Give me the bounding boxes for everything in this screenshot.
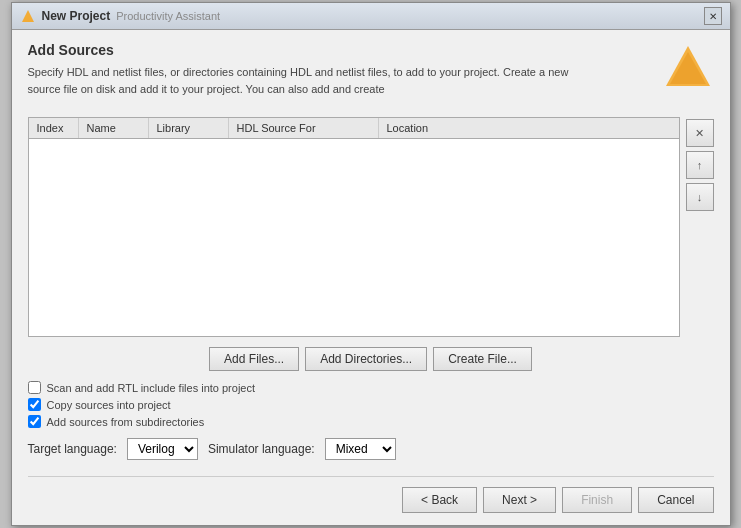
cancel-button[interactable]: Cancel bbox=[638, 487, 713, 513]
side-buttons-panel: ✕ ↑ ↓ bbox=[686, 117, 714, 337]
header-area: Add Sources Specify HDL and netlist file… bbox=[28, 42, 714, 107]
header-text: Add Sources Specify HDL and netlist file… bbox=[28, 42, 652, 107]
remove-icon: ✕ bbox=[695, 127, 704, 140]
move-down-button[interactable]: ↓ bbox=[686, 183, 714, 211]
remove-button[interactable]: ✕ bbox=[686, 119, 714, 147]
sources-table: Index Name Library HDL Source For Locati… bbox=[28, 117, 680, 337]
title-bar-left: New Project Productivity Assistant bbox=[20, 8, 221, 24]
next-button[interactable]: Next > bbox=[483, 487, 556, 513]
title-bar: New Project Productivity Assistant ✕ bbox=[12, 3, 730, 30]
window-title: New Project bbox=[42, 9, 111, 23]
add-subdirs-label: Add sources from subdirectories bbox=[47, 416, 205, 428]
svg-marker-0 bbox=[22, 10, 34, 22]
add-directories-button[interactable]: Add Directories... bbox=[305, 347, 427, 371]
simulator-language-label: Simulator language: bbox=[208, 442, 315, 456]
col-header-location: Location bbox=[379, 118, 679, 138]
back-button[interactable]: < Back bbox=[402, 487, 477, 513]
col-header-index: Index bbox=[29, 118, 79, 138]
nav-buttons: < Back Next > Finish Cancel bbox=[28, 476, 714, 513]
move-up-button[interactable]: ↑ bbox=[686, 151, 714, 179]
copy-sources-label: Copy sources into project bbox=[47, 399, 171, 411]
section-title: Add Sources bbox=[28, 42, 652, 58]
logo-area bbox=[662, 42, 714, 97]
options-area: Scan and add RTL include files into proj… bbox=[28, 381, 714, 428]
description-text: Specify HDL and netlist files, or direct… bbox=[28, 64, 652, 97]
finish-button[interactable]: Finish bbox=[562, 487, 632, 513]
target-language-select[interactable]: Verilog VHDL bbox=[127, 438, 198, 460]
app-logo bbox=[662, 42, 714, 94]
svg-marker-2 bbox=[670, 52, 706, 84]
col-header-hdl: HDL Source For bbox=[229, 118, 379, 138]
content-area: Add Sources Specify HDL and netlist file… bbox=[12, 30, 730, 525]
copy-sources-checkbox[interactable] bbox=[28, 398, 41, 411]
table-body bbox=[29, 139, 679, 329]
app-icon bbox=[20, 8, 36, 24]
up-icon: ↑ bbox=[697, 159, 703, 171]
scan-rtl-label: Scan and add RTL include files into proj… bbox=[47, 382, 256, 394]
table-header: Index Name Library HDL Source For Locati… bbox=[29, 118, 679, 139]
scan-rtl-row: Scan and add RTL include files into proj… bbox=[28, 381, 714, 394]
close-button[interactable]: ✕ bbox=[704, 7, 722, 25]
simulator-language-select[interactable]: Mixed Verilog VHDL bbox=[325, 438, 396, 460]
target-language-label: Target language: bbox=[28, 442, 117, 456]
scan-rtl-checkbox[interactable] bbox=[28, 381, 41, 394]
main-window: New Project Productivity Assistant ✕ Add… bbox=[11, 2, 731, 526]
down-icon: ↓ bbox=[697, 191, 703, 203]
add-subdirs-checkbox[interactable] bbox=[28, 415, 41, 428]
add-subdirs-row: Add sources from subdirectories bbox=[28, 415, 714, 428]
add-files-button[interactable]: Add Files... bbox=[209, 347, 299, 371]
action-buttons: Add Files... Add Directories... Create F… bbox=[28, 347, 714, 371]
title-bar-right: ✕ bbox=[704, 7, 722, 25]
window-subtitle: Productivity Assistant bbox=[116, 10, 220, 22]
language-row: Target language: Verilog VHDL Simulator … bbox=[28, 438, 714, 460]
col-header-library: Library bbox=[149, 118, 229, 138]
create-file-button[interactable]: Create File... bbox=[433, 347, 532, 371]
col-header-name: Name bbox=[79, 118, 149, 138]
copy-sources-row: Copy sources into project bbox=[28, 398, 714, 411]
main-area: Index Name Library HDL Source For Locati… bbox=[28, 117, 714, 337]
